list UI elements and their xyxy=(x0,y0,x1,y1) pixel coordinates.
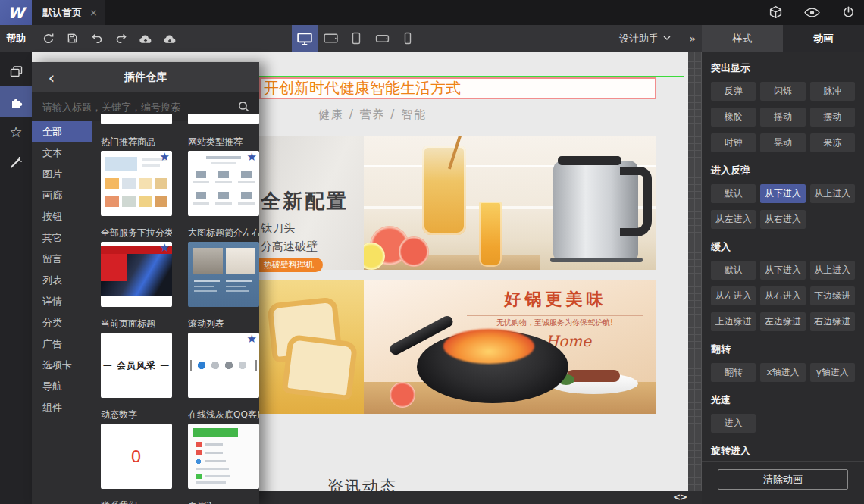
back-chevron-icon[interactable]: ‹ xyxy=(42,62,61,92)
animation-option-button[interactable]: 脉冲 xyxy=(810,82,855,101)
tab-style[interactable]: 样式 xyxy=(702,25,783,52)
device-desktop-icon[interactable] xyxy=(292,25,318,52)
banner-text-block[interactable]: 全新配置 钛刀头 分高速破壁 热破壁料理机 xyxy=(259,136,364,270)
animation-option-button[interactable]: 从右进入 xyxy=(760,210,805,229)
animation-option-button[interactable]: 果冻 xyxy=(810,133,855,152)
design-assistant-button[interactable]: 设计助手 xyxy=(619,25,671,52)
cloud-download-icon[interactable] xyxy=(161,29,178,49)
star-badge-icon[interactable]: ★ xyxy=(247,151,257,164)
clear-animation-button[interactable]: 清除动画 xyxy=(718,469,848,490)
animation-option-button[interactable]: 从上进入 xyxy=(810,261,855,280)
plugin-item[interactable]: 动态数字0 xyxy=(101,409,172,489)
animation-option-button[interactable]: 进入 xyxy=(711,414,756,433)
category-item[interactable]: 留言 xyxy=(32,249,92,270)
animation-option-button[interactable]: 摆动 xyxy=(810,108,855,127)
help-button[interactable]: 帮助 xyxy=(0,25,32,52)
close-tab-icon[interactable]: × xyxy=(89,7,98,18)
category-item[interactable]: 组件 xyxy=(32,397,92,418)
tools-wand-icon[interactable] xyxy=(0,147,32,177)
plugin-item[interactable]: 热门推荐商品★ xyxy=(101,136,172,216)
plugin-thumbnail-partial[interactable] xyxy=(188,114,259,124)
kettle-banner-image[interactable] xyxy=(364,136,656,270)
refresh-icon[interactable] xyxy=(39,29,57,49)
plugin-thumbnail-partial[interactable] xyxy=(101,114,172,124)
plugin-item[interactable]: 在线浅灰底QQ客服 xyxy=(188,409,259,489)
plugin-item[interactable]: 页眉2 xyxy=(188,500,259,504)
animation-option-button[interactable]: 默认 xyxy=(711,261,756,280)
animation-option-button[interactable]: 反弹 xyxy=(711,82,756,101)
toolbar-more-button[interactable]: » xyxy=(689,25,696,52)
animation-option-button[interactable]: 橡胶 xyxy=(711,108,756,127)
undo-icon[interactable] xyxy=(88,29,105,49)
category-item[interactable]: 画廊 xyxy=(32,185,92,206)
plugin-thumbnail[interactable]: 0 xyxy=(101,424,172,489)
plugin-item[interactable]: 联系我们 xyxy=(101,500,172,504)
plugin-thumbnail[interactable] xyxy=(188,242,259,307)
device-phone-landscape-icon[interactable] xyxy=(369,25,395,52)
code-view-icon[interactable]: <> xyxy=(673,492,687,502)
animation-option-button[interactable]: 摇动 xyxy=(760,108,805,127)
plugin-thumbnail[interactable]: ★ xyxy=(188,151,259,216)
animation-option-button[interactable]: 从右进入 xyxy=(760,286,805,305)
plugin-item[interactable]: 全部服务下拉分类带...★ xyxy=(101,227,172,307)
plugin-thumbnail[interactable]: ★ xyxy=(188,333,259,398)
star-badge-icon[interactable]: ★ xyxy=(160,242,170,255)
animation-option-button[interactable]: 闪烁 xyxy=(760,82,805,101)
category-item[interactable]: 列表 xyxy=(32,270,92,291)
device-tablet-portrait-icon[interactable] xyxy=(343,25,369,52)
plugin-item[interactable]: 大图标题简介左右切... xyxy=(188,227,259,307)
plugin-thumbnail[interactable]: — 会员风采 — xyxy=(101,333,172,398)
plugin-thumbnail[interactable]: ★ xyxy=(101,151,172,216)
animation-option-button[interactable]: 时钟 xyxy=(711,133,756,152)
plugin-item[interactable]: 滚动列表★ xyxy=(188,318,259,398)
device-tablet-landscape-icon[interactable] xyxy=(318,25,343,52)
animation-option-button[interactable]: 默认 xyxy=(711,184,756,203)
tab-animation[interactable]: 动画 xyxy=(783,25,864,52)
cloud-upload-icon[interactable] xyxy=(136,29,154,49)
category-item[interactable]: 详情 xyxy=(32,291,92,312)
plugin-item[interactable]: 当前页面标题— 会员风采 — xyxy=(101,318,172,398)
category-item[interactable]: 其它 xyxy=(32,227,92,249)
wok-banner-image[interactable]: 好锅更美味 无忧购物，至诚服务为你保驾护航! Warm Home xyxy=(364,280,656,414)
star-badge-icon[interactable]: ★ xyxy=(247,333,257,346)
category-item[interactable]: 分类 xyxy=(32,312,92,333)
animation-option-button[interactable]: 右边缘进 xyxy=(810,312,855,331)
plugin-thumbnail[interactable] xyxy=(188,424,259,489)
animation-option-button[interactable]: 翻转 xyxy=(711,363,756,382)
star-badge-icon[interactable]: ★ xyxy=(160,151,170,164)
toast-image[interactable] xyxy=(259,280,364,414)
animation-option-button[interactable]: y轴进入 xyxy=(810,363,855,382)
page-tab[interactable]: 默认首页 × xyxy=(32,0,105,25)
save-icon[interactable] xyxy=(64,29,81,49)
favorites-star-icon[interactable]: ☆ xyxy=(0,117,32,147)
animation-option-button[interactable]: 从下进入 xyxy=(760,184,805,203)
category-item[interactable]: 广告 xyxy=(32,333,92,355)
animation-option-button[interactable]: 晃动 xyxy=(760,133,805,152)
selected-title-widget[interactable]: 开创新时代健康智能生活方式 xyxy=(259,77,656,99)
pages-icon[interactable] xyxy=(0,56,32,86)
plugins-puzzle-icon[interactable] xyxy=(0,86,32,117)
animation-option-button[interactable]: 从上进入 xyxy=(810,184,855,203)
animation-option-button[interactable]: 上边缘进 xyxy=(711,312,756,331)
animation-option-button[interactable]: 从左进入 xyxy=(711,210,756,229)
animation-option-button[interactable]: x轴进入 xyxy=(760,363,805,382)
power-icon[interactable] xyxy=(840,5,856,21)
category-item[interactable]: 导航 xyxy=(32,376,92,397)
plugin-item[interactable]: 网站类型推荐★ xyxy=(188,136,259,216)
news-section-heading[interactable]: 资讯动态 xyxy=(327,476,397,491)
redo-icon[interactable] xyxy=(112,29,130,49)
animation-option-button[interactable]: 下边缘进 xyxy=(810,286,855,305)
plugin-thumbnail[interactable]: ★ xyxy=(101,242,172,307)
search-icon[interactable] xyxy=(238,101,249,112)
app-logo[interactable]: W xyxy=(0,0,32,25)
animation-option-button[interactable]: 从下进入 xyxy=(760,261,805,280)
animation-option-button[interactable]: 左边缘进 xyxy=(760,312,805,331)
components-cube-icon[interactable] xyxy=(767,5,784,21)
device-phone-portrait-icon[interactable] xyxy=(395,25,421,52)
category-item[interactable]: 文本 xyxy=(32,142,92,164)
category-item[interactable]: 全部 xyxy=(32,121,92,142)
category-item[interactable]: 按钮 xyxy=(32,206,92,227)
category-item[interactable]: 图片 xyxy=(32,164,92,185)
page-subtitle[interactable]: 健康 / 营养 / 智能 xyxy=(318,108,427,122)
animation-option-button[interactable]: 从左进入 xyxy=(711,286,756,305)
